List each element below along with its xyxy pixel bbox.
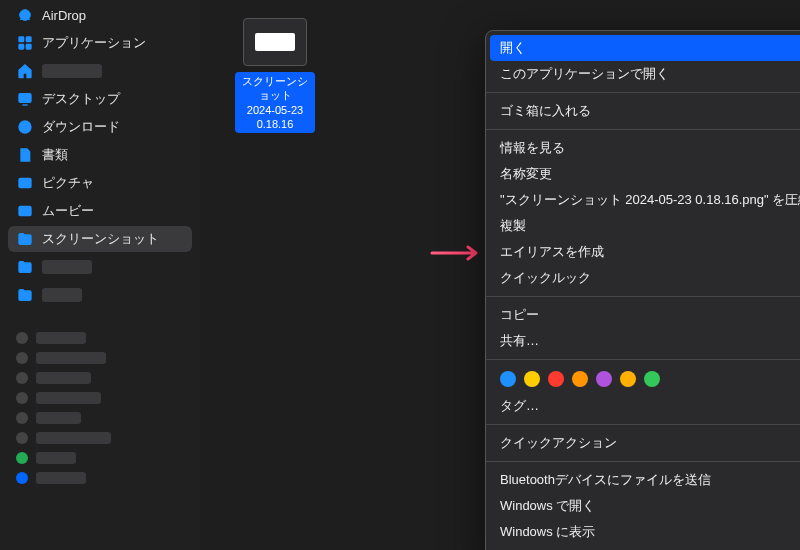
sidebar-item-downloads[interactable]: ダウンロード xyxy=(8,114,192,140)
context-menu-item[interactable]: ゴミ箱に入れる xyxy=(486,98,800,124)
airdrop-icon xyxy=(16,6,34,24)
file-thumbnail xyxy=(243,18,307,66)
sidebar-item-documents[interactable]: 書類 xyxy=(8,142,192,168)
tag-label-redacted xyxy=(36,452,76,464)
folder-icon xyxy=(16,286,34,304)
tag-row[interactable] xyxy=(8,408,192,428)
sidebar-item-label: 書類 xyxy=(42,146,68,164)
finder-window: AirDrop アプリケーション デスクトップ ダウンロード 書類 ピクチャ xyxy=(0,0,800,550)
file-item[interactable]: スクリーンショット2024-05-23 0.18.16 xyxy=(235,18,315,133)
context-menu-item-label: 共有… xyxy=(500,332,539,350)
tag-label-redacted xyxy=(36,332,86,344)
tag-dot-icon xyxy=(16,392,28,404)
context-menu-separator xyxy=(486,359,800,360)
tag-dot-icon xyxy=(16,332,28,344)
tag-row[interactable] xyxy=(8,368,192,388)
file-browser-area[interactable]: スクリーンショット2024-05-23 0.18.16 開くこのアプリケーション… xyxy=(200,0,800,550)
context-menu-item-label: このアプリケーションで開く xyxy=(500,65,669,83)
tag-row[interactable] xyxy=(8,328,192,348)
context-menu-item-label: ゴミ箱に入れる xyxy=(500,102,591,120)
document-icon xyxy=(16,146,34,164)
context-menu-item-label: クイックルック xyxy=(500,269,591,287)
sidebar-item-label-redacted xyxy=(42,64,102,78)
annotation-arrow xyxy=(430,244,488,265)
context-menu-item[interactable]: コピー xyxy=(486,302,800,328)
sidebar-item-label: デスクトップ xyxy=(42,90,120,108)
svg-rect-4 xyxy=(19,44,24,49)
context-menu-item[interactable]: 情報を見る xyxy=(486,135,800,161)
context-menu-item[interactable]: デスクトップピクチャを設定 xyxy=(486,545,800,550)
context-menu-tag-colors xyxy=(486,365,800,393)
tag-color-dot[interactable] xyxy=(596,371,612,387)
tag-row[interactable] xyxy=(8,348,192,368)
context-menu-item[interactable]: 複製 xyxy=(486,213,800,239)
sidebar-item-label: ムービー xyxy=(42,202,94,220)
context-menu-item-label: 開く xyxy=(500,39,526,57)
tag-row[interactable] xyxy=(8,428,192,448)
apps-icon xyxy=(16,34,34,52)
tag-dot-icon xyxy=(16,432,28,444)
desktop-icon xyxy=(16,90,34,108)
tag-label-redacted xyxy=(36,392,101,404)
context-menu-item[interactable]: このアプリケーションで開く› xyxy=(486,61,800,87)
context-menu-item-label: タグ… xyxy=(500,397,539,415)
svg-rect-3 xyxy=(26,37,31,42)
tag-color-dot[interactable] xyxy=(500,371,516,387)
context-menu-item-label: 名称変更 xyxy=(500,165,552,183)
file-name-label: スクリーンショット2024-05-23 0.18.16 xyxy=(235,72,315,133)
tag-color-dot[interactable] xyxy=(524,371,540,387)
sidebar-item-movies[interactable]: ムービー xyxy=(8,198,192,224)
sidebar-item-label-redacted xyxy=(42,260,92,274)
context-menu-item[interactable]: 名称変更 xyxy=(486,161,800,187)
svg-rect-6 xyxy=(19,94,31,103)
context-menu-item-label: "スクリーンショット 2024-05-23 0.18.16.png" を圧縮 xyxy=(500,191,800,209)
tag-label-redacted xyxy=(36,432,111,444)
sidebar-item-label: AirDrop xyxy=(42,8,86,23)
sidebar-item-folder[interactable] xyxy=(8,254,192,280)
context-menu-item[interactable]: クイックルック xyxy=(486,265,800,291)
tag-row[interactable] xyxy=(8,468,192,488)
context-menu-item[interactable]: タグ… xyxy=(486,393,800,419)
context-menu-item[interactable]: "スクリーンショット 2024-05-23 0.18.16.png" を圧縮 xyxy=(486,187,800,213)
tag-color-dot[interactable] xyxy=(644,371,660,387)
context-menu-item[interactable]: Windows で開く xyxy=(486,493,800,519)
context-menu-item[interactable]: クイックアクション› xyxy=(486,430,800,456)
sidebar-item-home[interactable] xyxy=(8,58,192,84)
sidebar-item-folder[interactable] xyxy=(8,282,192,308)
context-menu: 開くこのアプリケーションで開く›ゴミ箱に入れる情報を見る名称変更"スクリーンショ… xyxy=(485,30,800,550)
sidebar-item-label: ダウンロード xyxy=(42,118,120,136)
context-menu-item-label: 複製 xyxy=(500,217,526,235)
context-menu-item[interactable]: Windows に表示 xyxy=(486,519,800,545)
folder-icon xyxy=(16,258,34,276)
context-menu-item[interactable]: Bluetoothデバイスにファイルを送信 xyxy=(486,467,800,493)
svg-rect-10 xyxy=(19,206,31,215)
svg-point-1 xyxy=(20,10,31,21)
svg-rect-2 xyxy=(19,37,24,42)
tag-row[interactable] xyxy=(8,448,192,468)
context-menu-item[interactable]: エイリアスを作成 xyxy=(486,239,800,265)
tag-dot-icon xyxy=(16,352,28,364)
tag-color-dot[interactable] xyxy=(620,371,636,387)
sidebar-item-applications[interactable]: アプリケーション xyxy=(8,30,192,56)
tag-row[interactable] xyxy=(8,388,192,408)
context-menu-item-label: クイックアクション xyxy=(500,434,617,452)
sidebar-item-label: スクリーンショット xyxy=(42,230,159,248)
context-menu-separator xyxy=(486,92,800,93)
sidebar-item-screenshots[interactable]: スクリーンショット xyxy=(8,226,192,252)
sidebar-item-pictures[interactable]: ピクチャ xyxy=(8,170,192,196)
sidebar-item-airdrop[interactable]: AirDrop xyxy=(8,2,192,28)
tags-section xyxy=(8,328,192,488)
sidebar-item-desktop[interactable]: デスクトップ xyxy=(8,86,192,112)
context-menu-item[interactable]: 共有… xyxy=(486,328,800,354)
tag-label-redacted xyxy=(36,372,91,384)
context-menu-item[interactable]: 開く xyxy=(490,35,800,61)
context-menu-separator xyxy=(486,424,800,425)
sidebar-item-label: ピクチャ xyxy=(42,174,94,192)
context-menu-item-label: 情報を見る xyxy=(500,139,565,157)
tag-color-dot[interactable] xyxy=(548,371,564,387)
tag-color-dot[interactable] xyxy=(572,371,588,387)
tag-label-redacted xyxy=(36,352,106,364)
context-menu-item-label: Windows に表示 xyxy=(500,523,595,541)
context-menu-item-label: コピー xyxy=(500,306,539,324)
tag-dot-icon xyxy=(16,452,28,464)
